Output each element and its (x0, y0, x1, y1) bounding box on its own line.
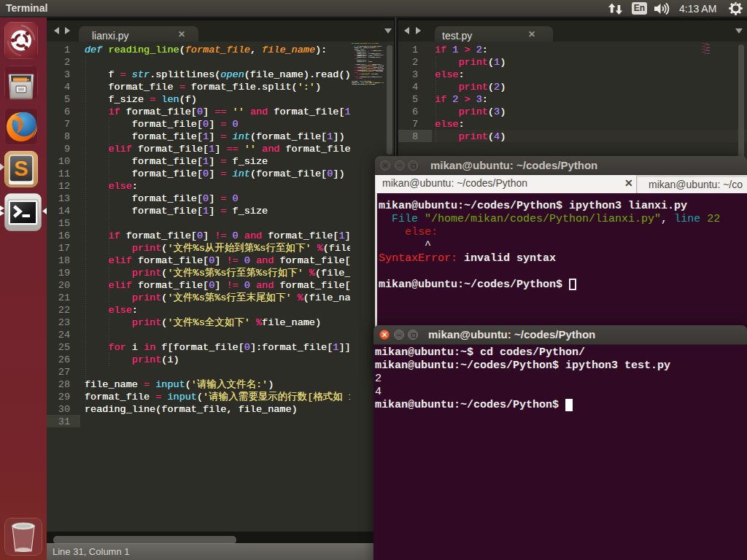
svg-text:S: S (14, 157, 28, 180)
